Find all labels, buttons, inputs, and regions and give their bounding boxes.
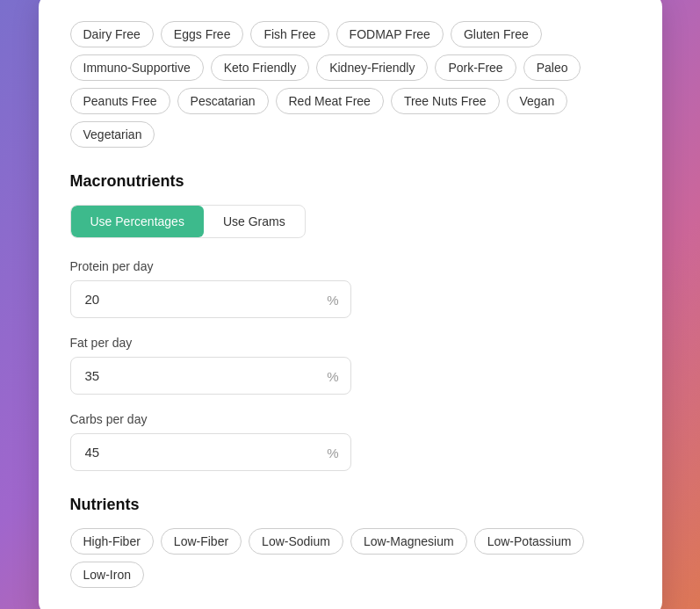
nutrients-tags: High-FiberLow-FiberLow-SodiumLow-Magnesi… — [70, 528, 631, 588]
dietary-tag[interactable]: Vegan — [507, 88, 568, 114]
dietary-tag[interactable]: Fish Free — [250, 21, 328, 47]
dietary-tag[interactable]: Keto Friendly — [211, 54, 309, 81]
dietary-tags-section: Dairy FreeEggs FreeFish FreeFODMAP FreeG… — [70, 21, 631, 148]
macro-field-group: Protein per day% — [70, 259, 631, 318]
nutrients-section: Nutrients High-FiberLow-FiberLow-SodiumL… — [70, 496, 631, 588]
macro-input-1[interactable] — [70, 357, 351, 395]
dietary-tag[interactable]: FODMAP Free — [336, 21, 444, 47]
toggle-group: Use Percentages Use Grams — [70, 205, 306, 238]
main-card: Dairy FreeEggs FreeFish FreeFODMAP FreeG… — [39, 0, 662, 609]
macro-unit-label: % — [327, 445, 338, 460]
nutrient-tag[interactable]: Low-Magnesium — [350, 528, 467, 555]
macro-input-wrapper: % — [70, 280, 351, 318]
macro-input-wrapper: % — [70, 357, 351, 395]
macro-field-group: Carbs per day% — [70, 412, 631, 471]
dietary-tag[interactable]: Red Meat Free — [276, 88, 384, 114]
nutrient-tag[interactable]: Low-Iron — [70, 562, 144, 588]
dietary-tag[interactable]: Vegetarian — [70, 121, 155, 148]
use-grams-button[interactable]: Use Grams — [204, 206, 305, 237]
nutrient-tag[interactable]: Low-Sodium — [249, 528, 343, 555]
dietary-tag[interactable]: Pork-Free — [435, 54, 516, 81]
macro-unit-label: % — [327, 292, 338, 307]
dietary-tag[interactable]: Tree Nuts Free — [391, 88, 500, 114]
nutrients-title: Nutrients — [70, 496, 631, 514]
dietary-tag[interactable]: Dairy Free — [70, 21, 154, 47]
macro-input-0[interactable] — [70, 280, 351, 318]
macro-input-wrapper: % — [70, 433, 351, 471]
macro-input-2[interactable] — [70, 433, 351, 471]
dietary-tag[interactable]: Immuno-Supportive — [70, 54, 204, 81]
macro-field-group: Fat per day% — [70, 336, 631, 395]
nutrient-tag[interactable]: Low-Fiber — [161, 528, 242, 555]
macro-field-label: Fat per day — [70, 336, 631, 350]
macronutrients-section: Macronutrients Use Percentages Use Grams… — [70, 172, 631, 471]
dietary-tag[interactable]: Eggs Free — [161, 21, 244, 47]
macro-field-label: Protein per day — [70, 259, 631, 273]
nutrient-tag[interactable]: Low-Potassium — [474, 528, 585, 555]
macro-unit-label: % — [327, 368, 338, 383]
macronutrients-title: Macronutrients — [70, 172, 631, 191]
use-percentages-button[interactable]: Use Percentages — [71, 206, 204, 237]
macro-field-label: Carbs per day — [70, 412, 631, 426]
nutrient-tag[interactable]: High-Fiber — [70, 528, 154, 555]
dietary-tag[interactable]: Paleo — [523, 54, 581, 81]
dietary-tag[interactable]: Gluten Free — [451, 21, 542, 47]
dietary-tag[interactable]: Peanuts Free — [70, 88, 170, 114]
dietary-tag[interactable]: Pescatarian — [177, 88, 269, 114]
dietary-tag[interactable]: Kidney-Friendly — [316, 54, 428, 81]
